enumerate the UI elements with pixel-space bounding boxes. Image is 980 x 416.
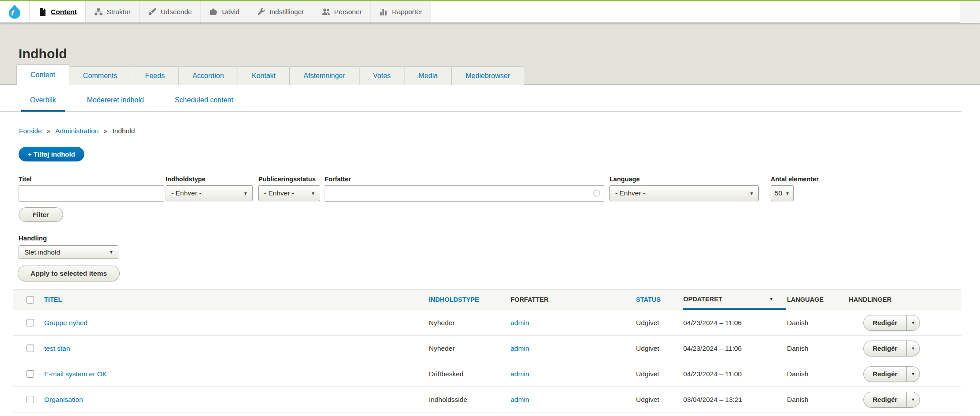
antal-elementer-select[interactable]: 50 ▼ [771,185,794,201]
autocomplete-indicator-icon [593,190,600,197]
language-cell: Danish [787,396,849,404]
toolbar-corner-strip [960,1,980,23]
row-checkbox[interactable] [26,396,34,403]
toolbar-item-label: Struktur [107,8,131,16]
toolbar-item-label: Personer [334,8,362,16]
toolbar-item-label: Indstillinger [269,8,304,16]
edit-button[interactable]: Redigér [864,367,907,382]
toolbar-item-label: Content [51,8,77,16]
tab-kontakt[interactable]: Kontakt [238,66,290,85]
drupal-drop-icon [7,4,23,20]
column-header-indholdstype[interactable]: INDHOLDSTYPE [429,296,511,303]
subtab-scheduled-content[interactable]: Scheduled content [166,96,242,112]
column-header-status[interactable]: STATUS [636,296,683,303]
dropbutton-toggle[interactable]: ▼ [907,341,919,356]
status-cell: Udgivet [636,370,683,378]
titel-input[interactable] [19,185,164,202]
table-row: E-mail system er OK Driftbesked admin Ud… [13,361,961,387]
tab-mediebrowser[interactable]: Mediebrowser [451,66,524,85]
content-type-cell: Indholdsside [429,396,511,404]
breadcrumb: Forside » Administration » Indhold [19,127,135,135]
publiceringsstatus-select[interactable]: - Enhver - ▼ [258,185,320,201]
dropdown-arrow-icon: ▼ [311,191,315,196]
column-header-language: LANGUAGE [787,296,849,303]
dropbutton-toggle[interactable]: ▼ [907,392,919,407]
content-title-link[interactable]: Organisation [44,396,83,403]
paintbrush-icon [148,7,157,16]
author-link[interactable]: admin [511,396,529,403]
forfatter-input[interactable] [325,185,604,202]
tab-content[interactable]: Content [16,64,69,85]
bar-chart-icon [379,7,388,16]
dropbutton-toggle[interactable]: ▼ [907,367,919,382]
column-header-opdateret[interactable]: OPDATERET ▼ [683,289,786,310]
language-cell: Danish [787,370,849,378]
filter-button[interactable]: Filter [19,207,63,222]
edit-dropbutton: Redigér ▼ [863,341,920,356]
edit-button[interactable]: Redigér [864,315,907,330]
author-link[interactable]: admin [511,319,529,326]
edit-button[interactable]: Redigér [864,392,907,407]
tab-votes[interactable]: Votes [359,66,405,85]
toolbar-item-rapporter[interactable]: Rapporter [371,1,431,22]
indholdstype-select[interactable]: - Enhver - ▼ [166,185,253,201]
toolbar-item-content[interactable]: Content [30,1,86,22]
tab-comments[interactable]: Comments [69,66,131,85]
toolbar-item-indstillinger[interactable]: Indstillinger [248,1,313,22]
language-select[interactable]: - Enhver - ▼ [609,185,759,201]
antal-elementer-label: Antal elementer [771,176,819,183]
subtab-modereret-indhold[interactable]: Modereret indhold [78,96,153,112]
toolbar-item-personer[interactable]: Personer [313,1,371,22]
toolbar-item-udvid[interactable]: Udvid [201,1,248,22]
row-checkbox[interactable] [26,319,34,326]
add-content-button[interactable]: + Tilføj indhold [19,147,84,161]
row-select-cell [13,319,44,326]
content-title-link[interactable]: E-mail system er OK [44,370,107,378]
sort-desc-icon: ▼ [769,297,773,301]
toolbar-item-udseende[interactable]: Udseende [140,1,201,22]
dropdown-arrow-icon: ▼ [243,191,248,196]
edit-button[interactable]: Redigér [864,341,907,356]
breadcrumb-link-administration[interactable]: Administration [55,127,98,135]
titel-label: Titel [19,176,32,183]
page-header: Indhold Content Comments Feeds Accordion… [0,22,980,85]
handling-select[interactable]: Slet indhold ▼ [19,245,118,259]
handling-label: Handling [19,234,47,242]
select-all-checkbox[interactable] [26,296,34,304]
author-link[interactable]: admin [511,370,529,378]
row-checkbox[interactable] [26,370,34,378]
updated-cell: 04/23/2024 – 11:00 [683,370,787,378]
puzzle-icon [209,7,218,16]
table-header-row: TITEL INDHOLDSTYPE FORFATTER STATUS OPDA… [13,289,961,310]
dropbutton-toggle[interactable]: ▼ [907,315,919,330]
tab-accordion[interactable]: Accordion [178,66,238,85]
subtab-overblik[interactable]: Overblik [21,96,65,112]
publiceringsstatus-label: Publiceringsstatus [258,176,316,183]
toolbar-item-struktur[interactable]: Struktur [86,1,140,22]
dropdown-arrow-icon: ▼ [109,250,114,255]
table-row: Organisation Indholdsside admin Udgivet … [13,387,961,412]
content-title-link[interactable]: test stan [44,345,70,352]
tab-feeds[interactable]: Feeds [131,66,178,85]
wrench-icon [257,7,265,16]
row-select-cell [13,370,44,378]
author-link[interactable]: admin [511,345,529,352]
content-type-cell: Nyheder [429,319,511,327]
row-select-cell [13,396,44,403]
column-header-titel[interactable]: TITEL [44,296,429,303]
content-type-cell: Nyheder [429,345,511,352]
edit-dropbutton: Redigér ▼ [863,315,920,331]
column-header-opdateret-wrap: OPDATERET ▼ [683,289,787,310]
dropdown-arrow-icon: ▼ [785,191,790,196]
tab-afstemninger[interactable]: Afstemninger [289,66,359,85]
updated-cell: 04/23/2024 – 11:06 [683,319,787,327]
row-checkbox[interactable] [26,345,34,352]
status-cell: Udgivet [636,396,683,404]
content-title-link[interactable]: Gruppe nyhed [44,319,87,326]
apply-to-selected-button[interactable]: Apply to selected items [18,266,120,281]
tab-media[interactable]: Media [405,66,452,85]
status-cell: Udgivet [636,345,683,352]
drupal-logo[interactable] [0,1,30,22]
breadcrumb-link-forside[interactable]: Forside [19,127,42,135]
table-row: Gruppe nyhed Nyheder admin Udgivet 04/23… [13,310,961,336]
